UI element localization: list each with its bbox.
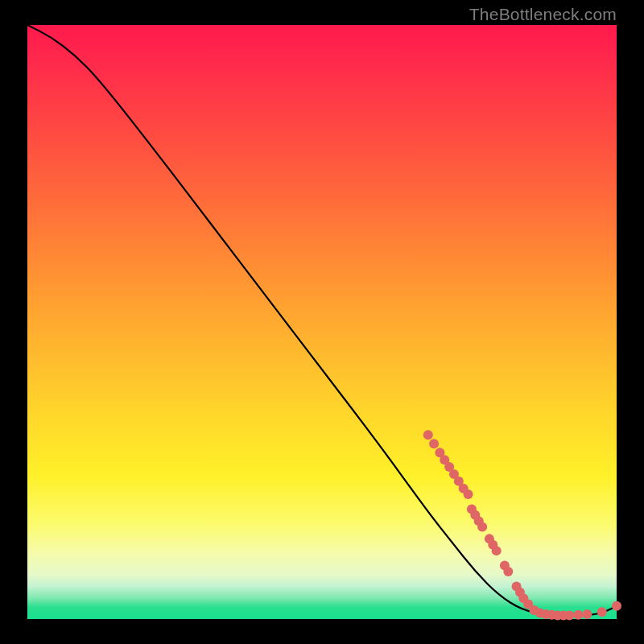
data-point [429,439,439,448]
watermark-text: TheBottleneck.com [469,5,617,24]
chart-svg [27,25,617,619]
data-point [564,611,574,621]
data-point [477,522,487,532]
plot-area [27,25,617,619]
data-point [582,609,592,619]
data-point [492,546,502,555]
data-point [464,489,473,499]
curve-markers [423,430,621,620]
data-point [503,567,513,576]
curve-line [27,25,617,615]
data-point [612,601,621,611]
data-point [573,610,583,620]
data-point [423,430,433,440]
chart-frame: TheBottleneck.com [0,0,644,644]
data-point [597,607,607,617]
